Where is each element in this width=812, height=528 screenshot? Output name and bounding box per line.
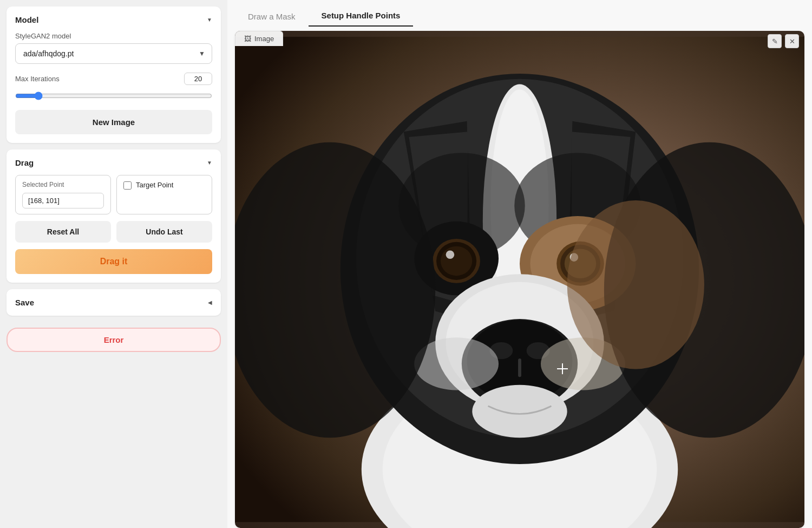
right-panel: Draw a Mask Setup Handle Points 🖼 Image …	[227, 0, 812, 528]
tab-setup-handle-points[interactable]: Setup Handle Points	[309, 5, 414, 27]
model-chevron-icon: ▼	[207, 17, 212, 23]
save-card: Save ◀	[6, 289, 221, 316]
reset-all-button[interactable]: Reset All	[15, 221, 111, 243]
drag-card-title: Drag	[15, 158, 34, 167]
target-point-label: Target Point	[136, 181, 173, 189]
dog-illustration	[235, 31, 804, 528]
panel-controls: ✎ ✕	[768, 34, 799, 48]
svg-point-36	[472, 385, 567, 438]
new-image-button[interactable]: New Image	[15, 110, 212, 134]
selected-point-value: [168, 101]	[22, 193, 104, 208]
points-row: Selected Point [168, 101] Target Point	[15, 175, 212, 214]
target-point-checkbox[interactable]	[123, 181, 132, 190]
drag-it-button[interactable]: Drag it	[15, 249, 212, 274]
undo-last-button[interactable]: Undo Last	[116, 221, 212, 243]
max-iterations-value: 20	[184, 73, 212, 85]
image-tab-icon: 🖼	[244, 35, 251, 43]
drag-chevron-icon: ▼	[207, 160, 212, 166]
close-icon: ✕	[789, 37, 795, 45]
model-card-title: Model	[15, 15, 38, 24]
selected-point-label: Selected Point	[22, 181, 104, 188]
svg-point-18	[441, 246, 472, 276]
selected-point-box: Selected Point [168, 101]	[15, 175, 111, 214]
svg-point-19	[446, 250, 455, 259]
iterations-slider[interactable]	[15, 92, 212, 100]
target-point-box: Target Point	[116, 175, 212, 214]
svg-point-35	[567, 200, 704, 369]
close-panel-button[interactable]: ✕	[785, 34, 799, 48]
image-tab-bar: 🖼 Image	[235, 31, 283, 46]
edit-icon: ✎	[772, 37, 778, 45]
image-tab[interactable]: 🖼 Image	[235, 31, 283, 46]
model-card: Model ▼ StyleGAN2 model ada/afhqdog.pt a…	[6, 6, 221, 143]
model-card-header[interactable]: Model ▼	[15, 15, 212, 24]
edit-panel-button[interactable]: ✎	[768, 34, 782, 48]
iterations-row: Max Iterations 20	[15, 73, 212, 85]
save-chevron-icon: ◀	[208, 299, 212, 305]
model-label: StyleGAN2 model	[15, 32, 212, 40]
left-panel: Model ▼ StyleGAN2 model ada/afhqdog.pt a…	[0, 0, 227, 528]
tab-draw-mask[interactable]: Draw a Mask	[235, 6, 309, 27]
model-select[interactable]: ada/afhqdog.pt ada/afhqcat.pt ada/afhqwi…	[16, 44, 212, 63]
image-panel: 🖼 Image ✎ ✕	[235, 31, 804, 528]
action-row: Reset All Undo Last	[15, 221, 212, 243]
dog-image[interactable]	[235, 31, 804, 528]
max-iterations-label: Max Iterations	[15, 75, 60, 83]
error-button[interactable]: Error	[6, 328, 221, 352]
image-tab-label: Image	[254, 35, 274, 43]
model-select-wrapper: ada/afhqdog.pt ada/afhqcat.pt ada/afhqwi…	[15, 43, 212, 64]
save-card-title: Save	[15, 298, 34, 307]
svg-rect-30	[518, 358, 521, 377]
tabs-row: Draw a Mask Setup Handle Points	[235, 5, 804, 27]
drag-card: Drag ▼ Selected Point [168, 101] Target …	[6, 149, 221, 283]
drag-card-header[interactable]: Drag ▼	[15, 158, 212, 167]
save-card-header[interactable]: Save ◀	[15, 298, 212, 307]
